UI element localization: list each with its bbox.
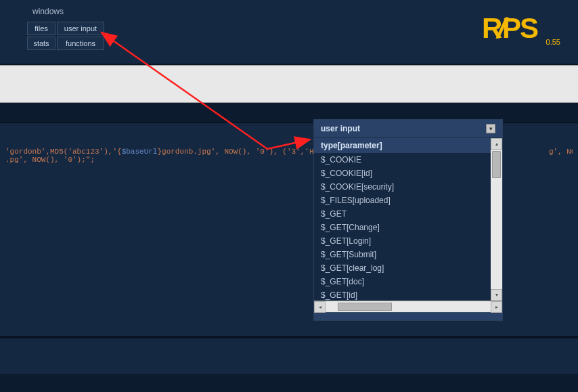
panel-title: user input xyxy=(321,124,360,133)
user-input-panel: user input ▾ type[parameter] $_COOKIE $_… xyxy=(313,119,503,321)
files-button[interactable]: files xyxy=(27,22,55,35)
list-item[interactable]: $_GET[Submit] xyxy=(314,248,491,261)
panel-list-header: type[parameter] xyxy=(314,138,491,153)
list-item[interactable]: $_GET[id] xyxy=(314,288,491,301)
list-item[interactable]: $_COOKIE[security] xyxy=(314,180,491,194)
windows-label: windows xyxy=(27,7,551,16)
toolbar-area xyxy=(0,65,578,103)
stats-button[interactable]: stats xyxy=(27,37,55,50)
list-item[interactable]: $_GET[clear_log] xyxy=(314,261,491,275)
vertical-scrollbar[interactable]: ▴ ▾ xyxy=(491,138,502,301)
panel-minimize-button[interactable]: ▾ xyxy=(486,124,495,133)
scroll-up-arrow[interactable]: ▴ xyxy=(491,138,502,150)
hscroll-track[interactable] xyxy=(326,301,491,312)
list-item[interactable]: $_FILES[uploaded] xyxy=(314,194,491,207)
footer-area xyxy=(0,337,578,374)
scroll-thumb[interactable] xyxy=(492,151,501,178)
version-label: 0.55 xyxy=(546,38,560,46)
scroll-right-arrow[interactable]: ▸ xyxy=(491,301,502,313)
scroll-track[interactable] xyxy=(491,150,502,289)
list-item[interactable]: $_GET[doc] xyxy=(314,275,491,288)
list-item[interactable]: $_GET[Change] xyxy=(314,221,491,234)
hscroll-thumb[interactable] xyxy=(338,303,392,311)
windows-button-grid: files user input stats functions xyxy=(27,22,104,51)
user-input-button[interactable]: user input xyxy=(57,22,104,35)
panel-resize-handle[interactable] xyxy=(314,312,502,320)
app-header: windows files user input stats functions… xyxy=(0,0,578,65)
list-item[interactable]: $_COOKIE xyxy=(314,153,491,167)
horizontal-scrollbar[interactable]: ◂ ▸ xyxy=(314,301,502,312)
list-item[interactable]: $_COOKIE[id] xyxy=(314,167,491,180)
panel-titlebar[interactable]: user input ▾ xyxy=(314,120,502,138)
list-item[interactable]: $_GET[Login] xyxy=(314,234,491,248)
functions-button[interactable]: functions xyxy=(57,37,104,50)
app-logo: R/PS xyxy=(482,12,537,45)
list-item[interactable]: $_GET xyxy=(314,207,491,221)
panel-body: type[parameter] $_COOKIE $_COOKIE[id] $_… xyxy=(314,138,502,301)
scroll-left-arrow[interactable]: ◂ xyxy=(314,301,326,313)
scroll-down-arrow[interactable]: ▾ xyxy=(491,289,502,301)
